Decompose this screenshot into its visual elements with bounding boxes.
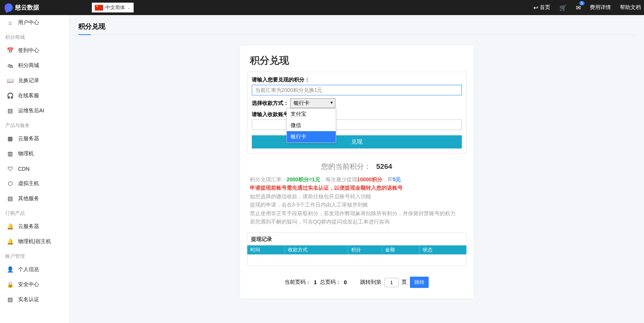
- sidebar-group-mall: 积分商城: [0, 30, 69, 43]
- pager-jump-button[interactable]: 跳转: [410, 277, 429, 288]
- method-label: 选择收款方式：: [252, 100, 289, 107]
- doc-icon: ▤: [7, 195, 14, 202]
- records-title: 提现记录: [247, 233, 466, 245]
- sidebar-item-label: 签到中心: [18, 47, 39, 54]
- shield-icon: 🛡: [7, 165, 14, 172]
- info-text-line: 积分兑现汇率：: [250, 176, 287, 182]
- sidebar-item-support[interactable]: 🎧 在线客服: [0, 88, 69, 103]
- message-badge: 5: [579, 1, 585, 5]
- sidebar-item-label: CDN: [18, 166, 29, 172]
- language-selector[interactable]: 中文简体 ⌄: [92, 3, 134, 12]
- method-option-alipay[interactable]: 支付宝: [287, 109, 336, 120]
- sidebar-item-bare-metal[interactable]: ▥ 物理机: [0, 146, 69, 161]
- info-text-line: 若您遇到不解的疑问，可在QQ群内提问或发起工单进行咨询: [250, 217, 464, 226]
- points-input[interactable]: [252, 85, 462, 95]
- records-body: [247, 254, 466, 266]
- records-header-row: 时间 收款方式 积分 金额 状态: [247, 245, 466, 254]
- col-amount: 金额: [382, 245, 420, 254]
- sidebar-item-cdn[interactable]: 🛡 CDN: [0, 161, 69, 176]
- brand-name: 慈云数据: [15, 4, 39, 12]
- method-option-bankcard[interactable]: 银行卡: [287, 131, 336, 142]
- brand-logo[interactable]: 慈云数据: [5, 3, 39, 12]
- cube-icon: ⬡: [7, 180, 14, 187]
- sidebar-item-user-center[interactable]: ⌂ 用户中心: [0, 15, 69, 30]
- sidebar-item-label: 云服务器: [18, 223, 39, 230]
- nav-billing[interactable]: 费用详情: [590, 4, 611, 11]
- page-title: 积分兑现: [78, 22, 635, 35]
- top-right-nav: ↩ 首页 🛒 ✉ 5 费用详情 帮助文档: [533, 4, 644, 11]
- sidebar-group-orders: 订购产品: [0, 206, 69, 219]
- sidebar-group-services: 产品与服务: [0, 118, 69, 131]
- method-option-wechat[interactable]: 微信: [287, 120, 336, 131]
- cashout-card: 积分兑现 请输入您要兑现的积分： 选择收款方式： 银行卡 支付宝 微信 银行卡 …: [240, 46, 473, 299]
- sidebar-item-ops-ai[interactable]: ▤ 运维售后AI: [0, 103, 69, 118]
- sidebar-item-order-bare[interactable]: 🔔 物理机|宿主机: [0, 234, 69, 249]
- submit-button[interactable]: 兑现: [252, 135, 462, 148]
- balance-label: 您的当前积分：: [321, 162, 371, 170]
- sidebar-item-label: 积分商城: [18, 62, 39, 69]
- pager-current-label: 当前页码：: [285, 279, 311, 286]
- sidebar-item-label: 用户中心: [18, 19, 39, 26]
- account-label: 请输入收款账号: [252, 111, 462, 118]
- balance-value: 5264: [376, 162, 392, 170]
- bag-icon: 🛍: [7, 63, 14, 69]
- cart-icon: 🛒: [559, 4, 567, 11]
- lock-icon: 🔒: [7, 281, 14, 288]
- sidebar-item-profile[interactable]: 👤 个人信息: [0, 262, 69, 277]
- nav-help-label: 帮助文档: [620, 4, 641, 11]
- sidebar-item-label: 个人信息: [18, 266, 39, 273]
- chevron-down-icon: ⌄: [127, 5, 131, 10]
- sidebar-item-cloud-server[interactable]: ▦ 云服务器: [0, 131, 69, 146]
- sidebar-item-security[interactable]: 🔒 安全中心: [0, 277, 69, 292]
- info-warning: 申请提现前账号需先通过实名认证，以便提现金额转入您的该账号: [250, 184, 464, 192]
- id-icon: ▤: [7, 296, 14, 303]
- method-row: 选择收款方式： 银行卡 支付宝 微信 银行卡: [252, 98, 462, 108]
- back-arrow-icon: ↩: [533, 4, 538, 11]
- server-icon: ▥: [7, 150, 14, 157]
- sidebar-item-label: 兑换记录: [18, 77, 39, 84]
- nav-messages[interactable]: ✉ 5: [576, 4, 581, 11]
- flag-cn-icon: [95, 5, 103, 11]
- method-select[interactable]: 银行卡: [290, 98, 335, 108]
- pager: 当前页码： 1 总页码： 0 跳转到第 页 跳转: [240, 277, 473, 288]
- logo-icon: [3, 2, 14, 13]
- nav-help[interactable]: 帮助文档: [620, 4, 641, 11]
- col-status: 状态: [420, 245, 466, 254]
- top-header: 慈云数据 中文简体 ⌄ ↩ 首页 🛒 ✉ 5 费用详情 帮助文档: [0, 0, 644, 15]
- account-input[interactable]: [252, 119, 462, 130]
- sidebar-item-label: 在线客服: [18, 92, 39, 99]
- info-text-line: ，每次最少提现: [320, 176, 357, 182]
- info-text: 积分兑现汇率：2000积分=1元，每次最少提现10000积分，即5元 申请提现前…: [240, 175, 473, 226]
- sidebar-item-vhost[interactable]: ⬡ 虚拟主机: [0, 176, 69, 191]
- sidebar-item-checkin[interactable]: 📅 签到中心: [0, 43, 69, 58]
- info-min-yuan: 5元: [393, 176, 401, 182]
- info-rate: 2000积分=1元: [287, 176, 320, 182]
- col-method: 收款方式: [285, 245, 348, 254]
- info-text-line: 禁止使用非正常手段获取积分，若发现作弊现象将扣除所有积分，并保留封禁账号的权力: [250, 209, 464, 217]
- pager-jump-input[interactable]: [384, 278, 399, 287]
- col-time: 时间: [247, 245, 285, 254]
- nav-cart[interactable]: 🛒: [559, 4, 567, 11]
- bell-icon: 🔔: [7, 238, 14, 245]
- sidebar-item-label: 其他服务: [18, 195, 39, 202]
- sidebar-group-account: 账户管理: [0, 249, 69, 262]
- support-icon: 🎧: [7, 92, 14, 99]
- home-icon: ⌂: [7, 20, 14, 26]
- sidebar-item-realname[interactable]: ▤ 实名认证: [0, 292, 69, 307]
- sidebar-item-other-services[interactable]: ▤ 其他服务: [0, 191, 69, 206]
- info-text-line: ，即: [382, 176, 393, 182]
- sidebar-item-exchange-log[interactable]: 📖 兑换记录: [0, 73, 69, 88]
- info-min-points: 10000积分: [357, 176, 382, 182]
- grid-icon: ▦: [7, 135, 14, 142]
- nav-billing-label: 费用详情: [590, 4, 611, 11]
- balance-row: 您的当前积分： 5264: [240, 162, 473, 171]
- sidebar-item-mall[interactable]: 🛍 积分商城: [0, 58, 69, 73]
- info-text-line: 提现的申请，会在3-5个工作日内由人工审核并到账: [250, 201, 464, 209]
- bell-icon: 🔔: [7, 223, 14, 230]
- pager-jump-label: 跳转到第: [360, 279, 381, 286]
- user-icon: 👤: [7, 266, 14, 273]
- sidebar-item-order-cloud[interactable]: 🔔 云服务器: [0, 219, 69, 234]
- calendar-icon: 📅: [7, 47, 14, 54]
- nav-home[interactable]: ↩ 首页: [533, 4, 550, 11]
- cashout-form: 请输入您要兑现的积分： 选择收款方式： 银行卡 支付宝 微信 银行卡 请输入收款…: [247, 72, 467, 153]
